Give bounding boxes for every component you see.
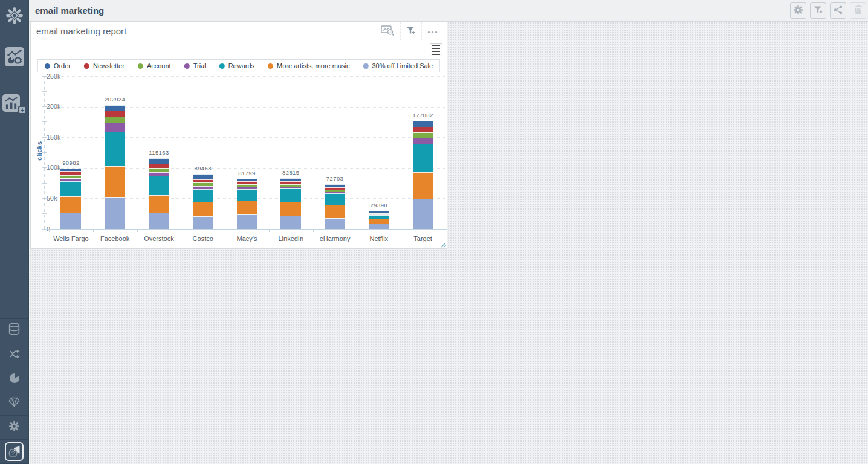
bar-segment[interactable] <box>105 123 125 132</box>
bar-segment[interactable] <box>280 178 301 181</box>
bar-segment[interactable] <box>325 218 345 229</box>
bar-segment[interactable] <box>149 195 169 212</box>
share-button[interactable] <box>830 2 846 19</box>
bar-segment[interactable] <box>193 179 213 182</box>
legend-item[interactable]: More artists, more music <box>268 62 349 69</box>
bar-segment[interactable] <box>149 176 169 195</box>
bar-segment[interactable] <box>280 184 301 187</box>
bar-segment[interactable] <box>149 213 169 229</box>
resize-handle-icon[interactable] <box>440 242 446 248</box>
help-megaphone-icon: ? <box>5 442 24 461</box>
legend-item[interactable]: Trial <box>184 62 206 69</box>
legend-swatch <box>268 63 273 69</box>
bar-segment[interactable] <box>60 175 81 178</box>
app-logo[interactable] <box>0 0 28 34</box>
legend-item[interactable]: Newsletter <box>84 62 125 69</box>
preview-data-button[interactable] <box>375 22 400 40</box>
bar-segment[interactable] <box>193 174 213 179</box>
widget-filter-button[interactable] <box>400 22 421 40</box>
bar-segment[interactable] <box>369 211 389 212</box>
bar-segment[interactable] <box>105 117 125 123</box>
bar-segment[interactable] <box>325 190 345 192</box>
bar-segment[interactable] <box>325 193 345 204</box>
bar-segment[interactable] <box>237 179 257 181</box>
bar-segment[interactable] <box>413 144 433 172</box>
sidebar-item-help[interactable]: ? <box>0 440 28 464</box>
bar-segment[interactable] <box>369 214 389 215</box>
bar-segment[interactable] <box>325 187 345 190</box>
legend-item[interactable]: Order <box>45 62 71 69</box>
bar-segment[interactable] <box>237 181 257 184</box>
chart-menu-button[interactable] <box>430 44 442 56</box>
bar-segment[interactable] <box>369 213 389 214</box>
bar-segment[interactable] <box>413 138 433 144</box>
bar-segment[interactable] <box>413 199 433 229</box>
bar-segment[interactable] <box>237 187 257 190</box>
y-minor-tick <box>42 106 47 107</box>
sidebar-item-settings[interactable] <box>0 416 28 440</box>
sidebar-item-data-sources[interactable] <box>0 319 28 343</box>
bar-segment[interactable] <box>60 179 81 182</box>
bar-segment[interactable] <box>193 216 213 229</box>
bar-segment[interactable] <box>149 172 169 176</box>
bar-segment[interactable] <box>325 192 345 193</box>
bar-segment[interactable] <box>60 213 81 229</box>
bar-segment[interactable] <box>280 202 301 215</box>
bar-segment[interactable] <box>237 189 257 201</box>
bar-segment[interactable] <box>193 182 213 186</box>
bar-segment[interactable] <box>325 205 345 218</box>
bar-segment[interactable] <box>149 168 169 172</box>
bar-total-label: 177082 <box>399 112 447 118</box>
sidebar-item-add-chart[interactable]: + <box>0 79 28 127</box>
legend-swatch <box>363 63 368 69</box>
bar-segment[interactable] <box>105 105 125 111</box>
delete-button[interactable] <box>850 2 866 19</box>
x-tick <box>401 230 401 232</box>
bar-segment[interactable] <box>280 216 301 229</box>
bar-segment[interactable] <box>369 215 389 219</box>
bar-segment[interactable] <box>280 188 301 202</box>
bar-segment[interactable] <box>369 224 389 229</box>
bar-segment[interactable] <box>237 201 257 214</box>
logo-knot-icon <box>5 7 24 27</box>
bar-segment[interactable] <box>237 184 257 187</box>
bar-segment[interactable] <box>413 172 433 199</box>
bar-segment[interactable] <box>369 219 389 224</box>
bar-segment[interactable] <box>149 164 169 168</box>
add-chart-icon: + <box>2 94 20 112</box>
legend-item[interactable]: 30% off Limited Sale <box>363 62 433 69</box>
bar-segment[interactable] <box>60 169 81 171</box>
bar-segment[interactable] <box>413 121 433 127</box>
sidebar-item-premium[interactable] <box>0 392 28 416</box>
sidebar: + <box>0 0 29 464</box>
sidebar-item-charts[interactable] <box>0 367 28 392</box>
bar-segment[interactable] <box>193 189 213 202</box>
bar-segment[interactable] <box>105 197 125 229</box>
add-filter-button[interactable] <box>810 2 826 19</box>
bar-segment[interactable] <box>105 166 125 198</box>
bar-segment[interactable] <box>237 214 257 229</box>
bar-segment[interactable] <box>105 111 125 117</box>
bar-segment[interactable] <box>60 196 81 213</box>
bar-segment[interactable] <box>413 127 433 132</box>
sidebar-item-dashboards[interactable] <box>0 34 28 79</box>
legend-item[interactable]: Account <box>138 62 171 69</box>
bar-segment[interactable] <box>193 202 213 216</box>
bar-segment[interactable] <box>280 181 301 184</box>
dashboard-canvas: email marketing report <box>29 22 868 464</box>
bar-segment[interactable] <box>325 184 345 187</box>
bar-segment[interactable] <box>369 213 389 214</box>
bar-segment[interactable] <box>413 132 433 138</box>
bar-segment[interactable] <box>60 171 81 175</box>
bar-segment[interactable] <box>280 187 301 188</box>
bar-segment[interactable] <box>193 186 213 189</box>
bar-segment[interactable] <box>60 181 81 196</box>
legend-item[interactable]: Rewards <box>219 62 254 69</box>
x-axis-line <box>48 229 447 230</box>
widget-more-button[interactable] <box>421 22 443 40</box>
bar-segment[interactable] <box>149 158 169 163</box>
sidebar-item-connections[interactable] <box>0 343 28 367</box>
bar-segment[interactable] <box>105 132 125 166</box>
bar-total-label: 89468 <box>179 165 227 172</box>
settings-button[interactable] <box>790 2 806 19</box>
